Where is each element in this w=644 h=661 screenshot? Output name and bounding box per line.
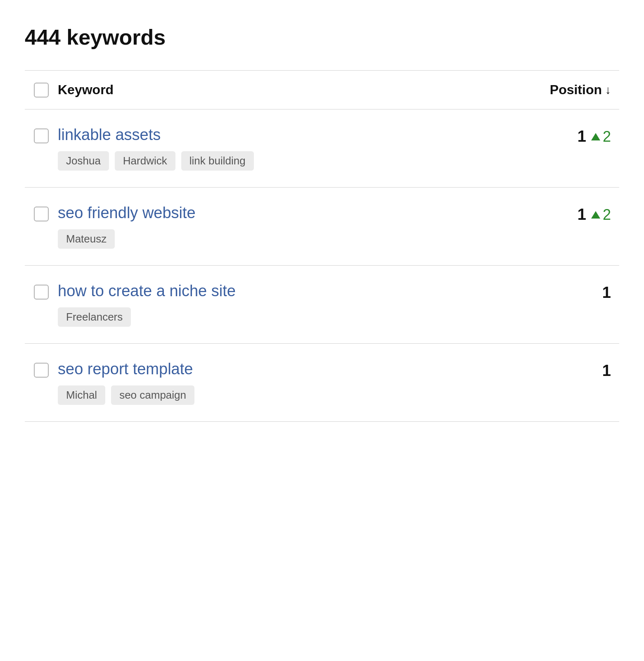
keyword-link[interactable]: seo friendly website — [58, 204, 516, 222]
up-arrow-icon — [591, 211, 600, 219]
tag[interactable]: Michal — [58, 385, 105, 405]
tags-row: Michal seo campaign — [58, 385, 516, 405]
keywords-table: Keyword Position ↓ linkable assets Joshu… — [25, 71, 619, 422]
keyword-link[interactable]: seo report template — [58, 360, 516, 378]
row-checkbox-col — [25, 204, 58, 221]
row-checkbox[interactable] — [34, 363, 49, 378]
position-number: 1 — [602, 362, 611, 380]
position-value: 1 — [516, 362, 611, 380]
row-checkbox-col — [25, 360, 58, 378]
position-change: 2 — [591, 206, 611, 224]
select-all-checkbox[interactable] — [34, 83, 49, 97]
tag[interactable]: link building — [181, 151, 254, 171]
tag[interactable]: Hardwick — [115, 151, 175, 171]
row-checkbox-col — [25, 126, 58, 143]
keyword-link[interactable]: linkable assets — [58, 126, 516, 144]
position-number: 1 — [578, 128, 586, 145]
tag[interactable]: Mateusz — [58, 229, 115, 249]
position-column-header: Position — [550, 82, 602, 97]
keyword-link[interactable]: how to create a niche site — [58, 282, 516, 300]
row-keyword-col: how to create a niche site Freelancers — [58, 282, 516, 327]
row-position-col: 1 2 — [516, 204, 619, 224]
position-value: 1 — [516, 284, 611, 302]
row-position-col: 1 — [516, 282, 619, 302]
up-arrow-icon — [591, 133, 600, 140]
row-checkbox[interactable] — [34, 128, 49, 143]
position-number: 1 — [578, 206, 586, 224]
table-row: seo friendly website Mateusz 1 2 — [25, 188, 619, 266]
tag[interactable]: Joshua — [58, 151, 109, 171]
row-keyword-col: seo report template Michal seo campaign — [58, 360, 516, 405]
position-number: 1 — [602, 284, 611, 302]
table-row: how to create a niche site Freelancers 1 — [25, 266, 619, 344]
table-row: seo report template Michal seo campaign … — [25, 344, 619, 422]
position-value: 1 2 — [516, 128, 611, 145]
header-position-col[interactable]: Position ↓ — [516, 82, 619, 97]
row-position-col: 1 2 — [516, 126, 619, 145]
row-keyword-col: seo friendly website Mateusz — [58, 204, 516, 249]
row-position-col: 1 — [516, 360, 619, 380]
row-checkbox[interactable] — [34, 285, 49, 300]
row-checkbox-col — [25, 282, 58, 300]
row-checkbox[interactable] — [34, 207, 49, 221]
page-title: 444 keywords — [25, 25, 619, 50]
header-checkbox-col — [25, 83, 58, 97]
tag[interactable]: seo campaign — [111, 385, 194, 405]
position-sort-header[interactable]: Position ↓ — [516, 82, 611, 97]
page-container: 444 keywords Keyword Position ↓ — [0, 0, 644, 447]
change-number: 2 — [603, 128, 611, 145]
keyword-column-header: Keyword — [58, 82, 114, 97]
tags-row: Joshua Hardwick link building — [58, 151, 516, 171]
row-keyword-col: linkable assets Joshua Hardwick link bui… — [58, 126, 516, 171]
tags-row: Mateusz — [58, 229, 516, 249]
header-keyword-col: Keyword — [58, 82, 516, 97]
table-row: linkable assets Joshua Hardwick link bui… — [25, 109, 619, 188]
table-header: Keyword Position ↓ — [25, 71, 619, 109]
tag[interactable]: Freelancers — [58, 307, 131, 327]
position-value: 1 2 — [516, 206, 611, 224]
change-number: 2 — [603, 206, 611, 224]
position-change: 2 — [591, 128, 611, 145]
tags-row: Freelancers — [58, 307, 516, 327]
sort-arrow-icon: ↓ — [605, 83, 611, 97]
